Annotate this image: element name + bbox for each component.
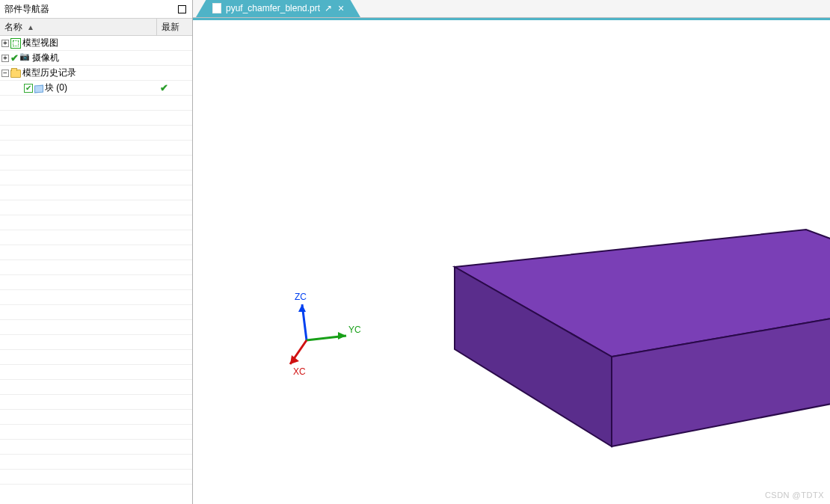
panel-toggle-icon[interactable] bbox=[178, 5, 186, 13]
tree-empty-row bbox=[0, 170, 192, 185]
tree-empty-row bbox=[0, 215, 192, 230]
tree-empty-row bbox=[0, 290, 192, 305]
document-tab-label: pyuf_chamfer_blend.prt bbox=[226, 3, 320, 13]
tree-empty-row bbox=[0, 350, 192, 365]
tree-item-model-views[interactable]: 模型视图 bbox=[0, 36, 192, 51]
panel-header: 部件导航器 bbox=[0, 0, 192, 18]
part-navigator-panel: 部件导航器 名称 ▲ 最新 模型视图 bbox=[0, 0, 193, 504]
tree-empty-row bbox=[0, 395, 192, 410]
tree-empty-row bbox=[0, 335, 192, 350]
tree-empty-row bbox=[0, 230, 192, 245]
tree-empty-row bbox=[0, 455, 192, 470]
model-block[interactable] bbox=[387, 222, 830, 461]
tree-empty-row bbox=[0, 425, 192, 440]
graphics-viewport[interactable]: pyuf_chamfer_blend.prt ↗ × ZC bbox=[193, 0, 830, 504]
column-header-name[interactable]: 名称 ▲ bbox=[0, 19, 157, 35]
x-axis-label: XC bbox=[293, 366, 306, 377]
tree-empty-row bbox=[0, 440, 192, 455]
y-axis-label: YC bbox=[348, 325, 361, 335]
tree-empty-row bbox=[0, 141, 192, 156]
document-tabbar: pyuf_chamfer_blend.prt ↗ × bbox=[193, 0, 830, 18]
document-tab[interactable]: pyuf_chamfer_blend.prt ↗ × bbox=[206, 0, 350, 17]
tree-empty-row bbox=[0, 260, 192, 275]
tree-empty-row bbox=[0, 365, 192, 380]
tree-empty-row bbox=[0, 305, 192, 320]
tree-item-label: 模型历史记录 bbox=[22, 67, 76, 79]
tree-item-label: 模型视图 bbox=[22, 37, 58, 49]
tree-empty-row bbox=[0, 470, 192, 485]
tree-item-label: 块 (0) bbox=[45, 82, 67, 94]
column-header-latest[interactable]: 最新 bbox=[157, 19, 184, 35]
tree-empty-row bbox=[0, 126, 192, 141]
coordinate-triad[interactable]: ZC YC XC bbox=[275, 289, 365, 379]
tree-empty-row bbox=[0, 380, 192, 395]
close-icon[interactable]: × bbox=[338, 2, 344, 14]
tree-item-block-0[interactable]: 块 (0) ✔ bbox=[0, 81, 192, 96]
z-arrow-icon bbox=[298, 304, 306, 312]
camera-icon bbox=[20, 53, 31, 64]
tree-empty-row bbox=[0, 410, 192, 425]
navigator-tree[interactable]: 模型视图 ✔ 摄像机 模型历史记录 bbox=[0, 36, 192, 504]
tree-empty-row bbox=[0, 245, 192, 260]
check-icon: ✔ bbox=[10, 52, 19, 64]
tree-empty-row bbox=[0, 200, 192, 215]
z-axis-label: ZC bbox=[295, 292, 307, 302]
graphics-canvas[interactable]: ZC YC XC CSDN @TDTX bbox=[193, 20, 830, 504]
expand-toggle[interactable] bbox=[1, 70, 9, 77]
tree-empty-row bbox=[0, 185, 192, 200]
tree-item-label: 摄像机 bbox=[32, 52, 59, 64]
document-icon bbox=[212, 3, 221, 13]
tree-empty-row bbox=[0, 320, 192, 335]
visibility-checkbox[interactable] bbox=[24, 84, 33, 93]
tree-item-cameras[interactable]: ✔ 摄像机 bbox=[0, 51, 192, 66]
tree-empty-row bbox=[0, 156, 192, 170]
expand-toggle[interactable] bbox=[1, 55, 9, 62]
views-icon bbox=[10, 38, 21, 49]
cube-icon bbox=[34, 84, 43, 93]
tree-empty-row bbox=[0, 275, 192, 290]
y-arrow-icon bbox=[338, 332, 346, 339]
tree-empty-row bbox=[0, 111, 192, 126]
column-header-latest-label: 最新 bbox=[162, 21, 179, 34]
expand-toggle[interactable] bbox=[1, 40, 9, 47]
sort-indicator-icon: ▲ bbox=[27, 23, 34, 31]
tree-empty-row bbox=[0, 96, 192, 111]
panel-column-headers: 名称 ▲ 最新 bbox=[0, 18, 192, 36]
tree-item-model-history[interactable]: 模型历史记录 bbox=[0, 66, 192, 81]
folder-icon bbox=[10, 70, 21, 78]
watermark-text: CSDN @TDTX bbox=[765, 491, 824, 500]
column-header-name-label: 名称 bbox=[4, 21, 22, 34]
popout-icon[interactable]: ↗ bbox=[325, 3, 332, 13]
panel-title: 部件导航器 bbox=[4, 3, 49, 16]
latest-check-icon: ✔ bbox=[160, 82, 168, 93]
